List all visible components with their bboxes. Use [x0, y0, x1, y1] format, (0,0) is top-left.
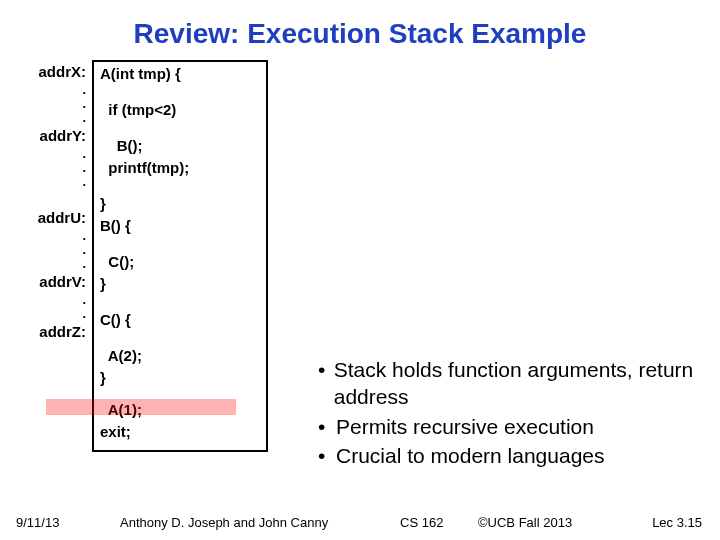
bullet-item: • Crucial to modern languages [318, 442, 718, 469]
code-line: A(int tmp) { [100, 66, 260, 88]
footer-course: CS 162 [400, 515, 443, 530]
footer-date: 9/11/13 [16, 515, 59, 530]
footer-copyright: ©UCB Fall 2013 [478, 515, 572, 530]
bullet-item: • Permits recursive execution [318, 413, 718, 440]
code-line: C(); [100, 254, 260, 276]
code-line: printf(tmp); [100, 160, 260, 182]
dot: . [16, 178, 86, 192]
code-line: A(2); [100, 348, 260, 370]
bullet-list: • Stack holds function arguments, return… [318, 356, 718, 471]
spacer [16, 192, 86, 210]
dot: . [16, 164, 86, 178]
footer-authors: Anthony D. Joseph and John Canny [120, 515, 328, 530]
spacer [100, 124, 260, 138]
dot: . [16, 232, 86, 246]
code-line: C() { [100, 312, 260, 334]
code-panel: addrX: . . . addrY: . . . addrU: . . . a… [16, 60, 306, 452]
code-line: exit; [100, 424, 260, 446]
label-addrU: addrU: [16, 210, 86, 232]
spacer [100, 334, 260, 348]
code-line: B(); [100, 138, 260, 160]
bullet-text: Crucial to modern languages [336, 442, 605, 469]
dot: . [16, 310, 86, 324]
footer-lec: Lec 3.15 [652, 515, 702, 530]
bullet-dot: • [318, 356, 334, 411]
dot: . [16, 100, 86, 114]
content-area: addrX: . . . addrY: . . . addrU: . . . a… [0, 60, 720, 452]
dot: . [16, 86, 86, 100]
label-addrX: addrX: [16, 64, 86, 86]
bullet-dot: • [318, 442, 336, 469]
code-line: A(1); [100, 402, 260, 424]
label-addrV: addrV: [16, 274, 86, 296]
code-line: } [100, 276, 260, 298]
spacer [100, 298, 260, 312]
slide-title: Review: Execution Stack Example [0, 0, 720, 60]
dot: . [16, 296, 86, 310]
dot: . [16, 114, 86, 128]
dot: . [16, 260, 86, 274]
code-line: } [100, 196, 260, 218]
slide: Review: Execution Stack Example addrX: .… [0, 0, 720, 540]
spacer [100, 182, 260, 196]
code-line: } [100, 370, 260, 392]
spacer [100, 88, 260, 102]
bullet-item: • Stack holds function arguments, return… [318, 356, 718, 411]
code-line: B() { [100, 218, 260, 240]
bullet-dot: • [318, 413, 336, 440]
code-box: A(int tmp) { if (tmp<2) B(); printf(tmp)… [92, 60, 268, 452]
label-addrZ: addrZ: [16, 324, 86, 346]
code-line: if (tmp<2) [100, 102, 260, 124]
address-labels: addrX: . . . addrY: . . . addrU: . . . a… [16, 60, 92, 452]
bullet-text: Permits recursive execution [336, 413, 594, 440]
dot: . [16, 150, 86, 164]
dot: . [16, 246, 86, 260]
bullet-text: Stack holds function arguments, return a… [334, 356, 718, 411]
spacer [100, 240, 260, 254]
label-addrY: addrY: [16, 128, 86, 150]
